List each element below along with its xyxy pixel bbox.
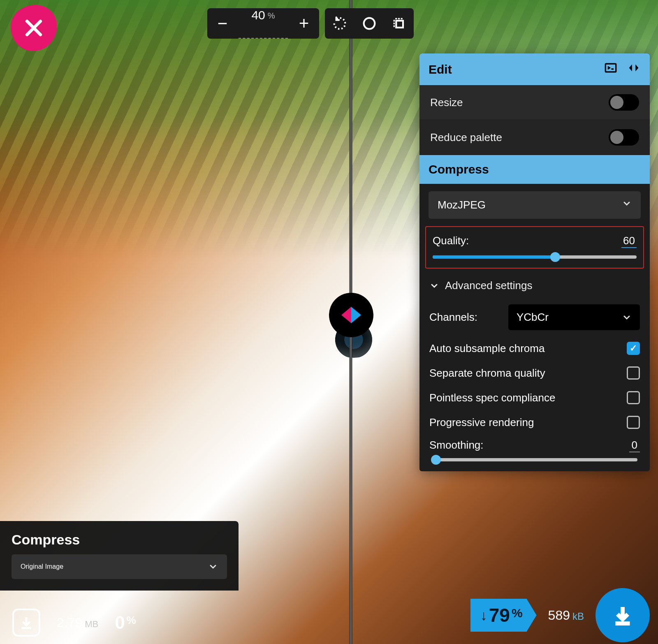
zoom-in-button[interactable]: + xyxy=(289,8,319,39)
zoom-number: 40 xyxy=(251,8,265,22)
copy-across-button[interactable] xyxy=(627,61,641,78)
rotate-icon xyxy=(331,15,348,32)
smoothing-block: Smoothing: 0 xyxy=(419,435,650,471)
compressed-size: 589kB xyxy=(548,608,584,623)
compressed-size-unit: kB xyxy=(572,611,584,622)
compress-header: Compress xyxy=(419,155,650,184)
download-original-button[interactable] xyxy=(12,609,40,637)
separate-chroma-label: Separate chroma quality xyxy=(429,367,545,380)
svg-point-0 xyxy=(364,18,375,29)
advanced-toggle[interactable]: Advanced settings xyxy=(419,275,650,299)
compare-handle-right-icon xyxy=(351,307,361,323)
terminal-icon xyxy=(604,61,618,75)
savings-value: 79 xyxy=(489,604,510,626)
auto-subsample-row: Auto subsample chroma xyxy=(419,336,650,361)
left-codec-select[interactable]: Original Image xyxy=(12,554,227,579)
pointless-spec-checkbox[interactable] xyxy=(627,391,640,404)
footer-left: 2.79MB 0% xyxy=(12,609,136,637)
separate-chroma-checkbox[interactable] xyxy=(627,366,640,380)
download-icon xyxy=(610,603,635,628)
slider-thumb[interactable] xyxy=(550,252,560,262)
edit-title: Edit xyxy=(429,63,452,76)
progressive-label: Progressive rendering xyxy=(429,416,534,429)
quality-label: Quality: xyxy=(433,234,469,248)
auto-subsample-checkbox[interactable] xyxy=(627,342,640,355)
savings-badge: ↓ 79 % xyxy=(470,599,537,632)
advanced-label: Advanced settings xyxy=(445,279,532,292)
left-compress-title: Compress xyxy=(12,532,227,548)
resize-toggle[interactable] xyxy=(609,94,639,111)
zoom-toolbar: − 40 % + xyxy=(207,8,414,39)
down-arrow-icon: ↓ xyxy=(480,607,487,623)
zoom-unit: % xyxy=(268,11,275,21)
chevron-down-icon xyxy=(429,281,439,291)
close-icon xyxy=(22,16,45,39)
slider-thumb[interactable] xyxy=(431,455,441,465)
auto-subsample-label: Auto subsample chroma xyxy=(429,342,544,355)
svg-rect-1 xyxy=(396,21,403,28)
chevron-down-icon xyxy=(208,562,218,572)
reduce-palette-row: Reduce palette xyxy=(419,120,650,155)
channels-row: Channels: YCbCr xyxy=(419,299,650,336)
footer-right: ↓ 79 % 589kB xyxy=(470,586,650,644)
crop-button[interactable] xyxy=(384,8,414,39)
progressive-row: Progressive rendering xyxy=(419,410,650,435)
image-compare-stage: − 40 % + Edit xyxy=(0,0,658,644)
slider-track xyxy=(432,458,637,461)
channels-label: Channels: xyxy=(429,311,477,324)
reduce-palette-toggle[interactable] xyxy=(609,129,639,146)
circle-icon xyxy=(361,15,378,32)
options-panel: Edit Resize Reduce palette Compress MozJ… xyxy=(419,53,650,471)
codec-value: MozJPEG xyxy=(438,199,486,211)
smoothing-label: Smoothing: xyxy=(429,439,484,452)
left-codec-value: Original Image xyxy=(21,563,63,570)
codec-select[interactable]: MozJPEG xyxy=(429,191,641,219)
pct-symbol: % xyxy=(512,606,523,620)
rotate-button[interactable] xyxy=(325,8,354,39)
edit-header: Edit xyxy=(419,53,650,85)
pct-symbol: % xyxy=(127,614,136,627)
compare-handle-left-icon xyxy=(341,307,351,323)
compare-handle[interactable] xyxy=(329,293,373,337)
smoothing-slider[interactable] xyxy=(432,458,637,461)
channels-select[interactable]: YCbCr xyxy=(508,304,640,330)
original-size: 2.79MB xyxy=(57,615,98,630)
original-pct-value: 0 xyxy=(115,612,125,633)
chevron-down-icon xyxy=(622,313,632,322)
download-icon xyxy=(18,614,35,631)
reduce-palette-label: Reduce palette xyxy=(430,131,502,144)
resize-label: Resize xyxy=(430,96,463,109)
slider-fill xyxy=(433,255,555,259)
cli-button[interactable] xyxy=(604,61,618,78)
channels-value: YCbCr xyxy=(517,311,549,324)
zoom-value[interactable]: 40 % xyxy=(239,8,288,39)
pointless-spec-label: Pointless spec compliance xyxy=(429,391,555,404)
progressive-checkbox[interactable] xyxy=(627,416,640,429)
zoom-group: − 40 % + xyxy=(207,8,319,39)
pointless-spec-row: Pointless spec compliance xyxy=(419,385,650,410)
quality-box: Quality: 60 xyxy=(425,226,644,269)
swap-icon xyxy=(627,61,641,75)
background-toggle-button[interactable] xyxy=(354,8,384,39)
quality-slider[interactable] xyxy=(433,255,637,259)
original-pct: 0% xyxy=(115,612,136,633)
left-compress-card: Compress Original Image xyxy=(0,521,239,591)
quality-value[interactable]: 60 xyxy=(621,234,637,248)
resize-row: Resize xyxy=(419,85,650,120)
smoothing-value[interactable]: 0 xyxy=(629,439,640,452)
crop-icon xyxy=(391,15,407,32)
close-button[interactable] xyxy=(11,5,57,51)
original-size-unit: MB xyxy=(85,619,98,629)
original-size-value: 2.79 xyxy=(57,615,82,630)
chevron-down-icon xyxy=(622,199,632,211)
compressed-size-value: 589 xyxy=(548,608,570,623)
transform-group xyxy=(325,8,414,39)
download-compressed-button[interactable] xyxy=(595,588,650,642)
separate-chroma-row: Separate chroma quality xyxy=(419,361,650,385)
zoom-out-button[interactable]: − xyxy=(207,8,238,39)
